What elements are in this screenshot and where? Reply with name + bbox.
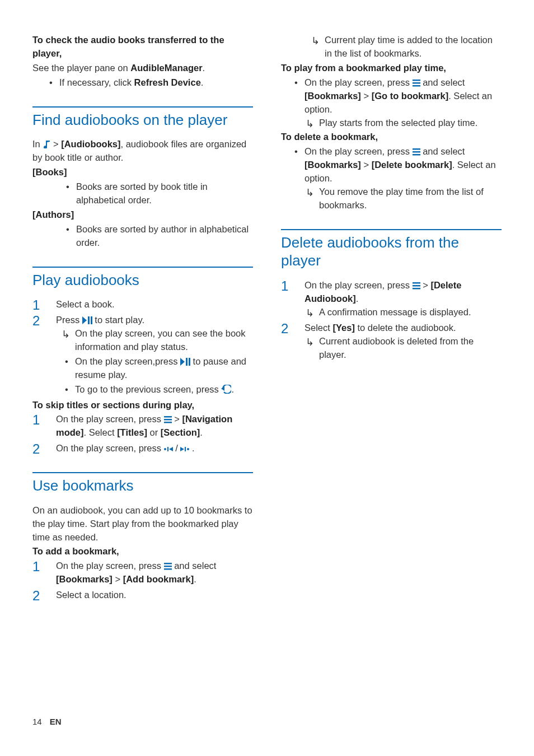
prev-track-icon	[164, 446, 173, 452]
play-audiobooks-section: Play audiobooks 1Select a book. 2 Press …	[32, 267, 253, 456]
books-desc: Books are sorted by book title in alphab…	[76, 180, 253, 207]
find-intro: In > [Audiobooks], audiobook files are o…	[32, 138, 253, 165]
delbooks-title: Delete audiobooks from the player	[281, 234, 502, 270]
play-step2-back: To go to the previous screen, press .	[75, 383, 253, 396]
usebm-intro: On an audiobook, you can add up to 10 bo…	[32, 504, 253, 544]
left-column: To check the audio books transferred to …	[32, 34, 253, 619]
find-audiobooks-section: Find audiobooks on the player In > [Audi…	[32, 106, 253, 250]
page-number: 14	[32, 717, 42, 726]
menu-icon	[413, 148, 420, 156]
top-arrow-result: Current play time is added to the locati…	[325, 34, 502, 60]
find-title: Find audiobooks on the player	[32, 111, 253, 129]
addbm-step1: 1 On the play screen, press and select […	[32, 559, 253, 586]
menu-icon	[413, 282, 420, 290]
menu-icon	[413, 80, 420, 87]
right-column: Current play time is added to the locati…	[281, 34, 502, 619]
check-heading: To check the audio books transferred to …	[32, 34, 253, 60]
playfrom-heading: To play from a bookmarked play time,	[281, 62, 502, 75]
play-step2: 2 Press to start play. On the play scree…	[32, 314, 253, 396]
delbooks-s2-result: Current audiobook is deleted from the pl…	[319, 335, 502, 362]
use-bookmarks-section: Use bookmarks On an audiobook, you can a…	[32, 472, 253, 602]
play-pause-icon	[82, 316, 92, 324]
delete-audiobooks-section: Delete audiobooks from the player 1 On t…	[281, 229, 502, 362]
addbm-step2: 2Select a location.	[32, 589, 253, 602]
skip-step1: 1 On the play screen, press > [Navigatio…	[32, 413, 253, 440]
playfrom-bullet: On the play screen, press and select [Bo…	[305, 76, 502, 130]
usebm-title: Use bookmarks	[32, 477, 253, 495]
skip-step2: 2 On the play screen, press / .	[32, 442, 253, 455]
play-title: Play audiobooks	[32, 271, 253, 290]
delbooks-step2: 2 Select [Yes] to delete the audiobook. …	[281, 321, 502, 362]
delbooks-s1-result: A confirmation message is displayed.	[319, 306, 502, 319]
menu-icon	[164, 563, 172, 570]
playfrom-result: Play starts from the selected play time.	[319, 116, 502, 130]
deletebm-heading: To delete a bookmark,	[281, 130, 502, 144]
play-step2-result: On the play screen, you can see the book…	[75, 327, 253, 354]
delbooks-step1: 1 On the play screen, press > [Delete Au…	[281, 279, 502, 319]
skip-heading: To skip titles or sections during play,	[32, 399, 253, 412]
menu-icon	[164, 416, 172, 423]
authors-label: [Authors]	[32, 208, 253, 222]
play-pause-icon	[180, 358, 190, 366]
books-label: [Books]	[32, 166, 253, 179]
add-bm-heading: To add a bookmark,	[32, 545, 253, 558]
play-step1: 1Select a book.	[32, 298, 253, 311]
page-lang: EN	[50, 717, 62, 726]
check-bullet: If necessary, click Refresh Device.	[59, 76, 253, 90]
page-footer: 14 EN	[32, 716, 62, 728]
music-icon	[43, 139, 50, 148]
check-transfer-section: To check the audio books transferred to …	[32, 34, 253, 90]
authors-desc: Books are sorted by author in alphabetic…	[76, 223, 253, 250]
check-line1: See the player pane on AudibleManager.	[32, 62, 253, 75]
play-step2-pause: On the play screen,press to pause and re…	[75, 355, 253, 382]
deletebm-result: You remove the play time from the list o…	[319, 185, 502, 212]
deletebm-bullet: On the play screen, press and select [Bo…	[305, 145, 502, 212]
next-track-icon	[180, 446, 189, 452]
back-icon	[221, 385, 231, 394]
